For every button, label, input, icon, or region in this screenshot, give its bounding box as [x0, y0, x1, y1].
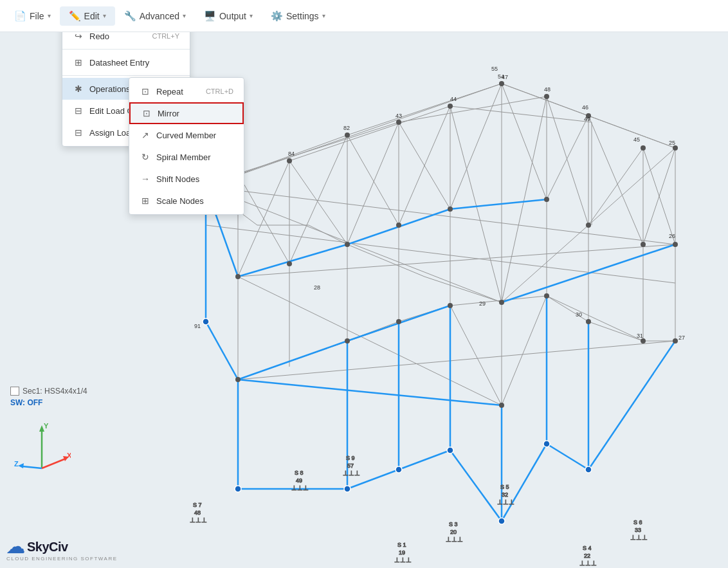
svg-point-114 [499, 300, 504, 305]
svg-text:27: 27 [678, 334, 685, 341]
svg-text:48: 48 [194, 509, 201, 516]
svg-line-42 [547, 96, 588, 225]
svg-text:49: 49 [296, 477, 302, 484]
divider-1 [62, 49, 190, 50]
svg-point-117 [641, 242, 646, 247]
svg-point-122 [499, 403, 504, 408]
shift-nodes-item[interactable]: → Shift Nodes [129, 168, 244, 190]
svg-point-127 [235, 377, 241, 382]
svg-line-28 [206, 187, 675, 244]
svg-point-134 [235, 486, 241, 492]
logo: ☁ SkyCiv CLOUD ENGINEERING SOFTWARE [6, 536, 118, 562]
svg-point-121 [448, 303, 453, 308]
svg-line-39 [450, 84, 502, 209]
svg-line-67 [588, 322, 643, 341]
svg-text:⊥⊥⊥: ⊥⊥⊥ [394, 556, 412, 563]
logo-name: SkyCiv [27, 540, 68, 554]
svg-text:47: 47 [502, 74, 508, 80]
svg-line-92 [450, 199, 547, 209]
svg-text:⊥⊥⊥: ⊥⊥⊥ [190, 517, 207, 524]
svg-line-65 [502, 296, 547, 405]
svg-line-0 [206, 84, 502, 187]
scale-nodes-item[interactable]: ⊞ Scale Nodes [129, 190, 244, 212]
svg-point-99 [345, 133, 350, 138]
svg-line-71 [450, 296, 547, 306]
svg-text:S 7: S 7 [193, 502, 202, 508]
svg-point-102 [287, 158, 292, 163]
sw-status: SW: OFF [10, 398, 87, 407]
svg-point-113 [448, 206, 453, 212]
menu-advanced[interactable]: 🔧 Advanced ▾ [115, 6, 195, 26]
svg-point-130 [447, 447, 453, 453]
svg-text:S 5: S 5 [500, 484, 509, 490]
svg-text:28: 28 [314, 284, 320, 291]
file-icon: 📄 [14, 10, 26, 22]
svg-line-97 [206, 322, 238, 380]
svg-line-35 [347, 122, 399, 244]
svg-line-85 [502, 444, 547, 521]
svg-text:Y: Y [44, 422, 49, 430]
svg-point-115 [544, 197, 549, 202]
svg-line-18 [289, 106, 450, 161]
svg-line-58 [238, 341, 675, 380]
redo-icon: ↪ [73, 31, 84, 41]
edit-icon: ✏️ [69, 10, 81, 22]
curved-member-item[interactable]: ↗ Curved Member [129, 124, 244, 146]
svg-line-60 [238, 277, 502, 405]
svg-line-40 [502, 84, 547, 199]
svg-text:⊥⊥⊥: ⊥⊥⊥ [497, 499, 514, 506]
mirror-item[interactable]: ⊡ Mirror [129, 102, 244, 124]
assign-load-cases-icon: ⊟ [73, 127, 84, 138]
svg-point-98 [499, 81, 504, 86]
operations-submenu: ⊡ Repeat CTRL+D ⊡ Mirror ↗ Curved Member… [129, 77, 244, 215]
section-text: Sec1: HSS4x4x1/4 [23, 387, 87, 396]
output-icon: 🖥️ [204, 10, 216, 22]
svg-point-118 [673, 242, 678, 247]
svg-text:31: 31 [637, 333, 643, 339]
svg-text:49: 49 [584, 116, 590, 122]
section-checkbox[interactable] [10, 387, 19, 396]
svg-point-111 [345, 242, 350, 247]
datasheet-icon: ⊞ [73, 57, 84, 68]
svg-point-129 [396, 466, 402, 473]
svg-line-187 [42, 459, 66, 468]
svg-text:S 9: S 9 [346, 455, 355, 461]
svg-text:22: 22 [584, 553, 590, 559]
svg-text:48: 48 [544, 86, 551, 93]
svg-text:82: 82 [343, 125, 350, 131]
svg-line-7 [588, 116, 675, 148]
svg-line-87 [588, 341, 675, 470]
logo-sub: CLOUD ENGINEERING SOFTWARE [6, 556, 118, 562]
svg-point-109 [235, 274, 241, 279]
svg-text:57: 57 [347, 463, 354, 469]
curved-member-icon: ↗ [140, 130, 151, 140]
svg-text:29: 29 [479, 300, 486, 307]
svg-text:45: 45 [633, 136, 640, 143]
svg-line-90 [238, 244, 347, 277]
svg-line-15 [424, 277, 502, 302]
svg-line-34 [347, 135, 399, 225]
operations-icon: ✱ [73, 84, 84, 94]
svg-line-31 [238, 161, 289, 277]
svg-text:84: 84 [288, 151, 295, 157]
menu-file[interactable]: 📄 File ▾ [5, 6, 60, 26]
svg-text:33: 33 [635, 527, 641, 533]
datasheet-item[interactable]: ⊞ Datasheet Entry [62, 51, 190, 73]
svg-line-43 [547, 116, 588, 199]
edit-load-groups-icon: ⊟ [73, 105, 84, 116]
divider-2 [62, 75, 190, 76]
repeat-item[interactable]: ⊡ Repeat CTRL+D [129, 80, 244, 102]
svg-line-66 [547, 296, 588, 322]
spiral-member-item[interactable]: ↻ Spiral Member [129, 146, 244, 168]
svg-text:⊥⊥⊥: ⊥⊥⊥ [291, 484, 309, 491]
svg-point-110 [287, 261, 292, 266]
menu-edit[interactable]: ✏️ Edit ▾ [60, 6, 115, 26]
svg-line-84 [450, 450, 502, 521]
menu-output[interactable]: 🖥️ Output ▾ [195, 6, 262, 26]
svg-line-72 [547, 296, 643, 341]
svg-line-45 [588, 148, 643, 225]
svg-line-59 [238, 244, 675, 277]
svg-text:Z: Z [14, 460, 19, 468]
menu-settings[interactable]: ⚙️ Settings ▾ [262, 6, 334, 26]
svg-text:26: 26 [669, 233, 675, 239]
